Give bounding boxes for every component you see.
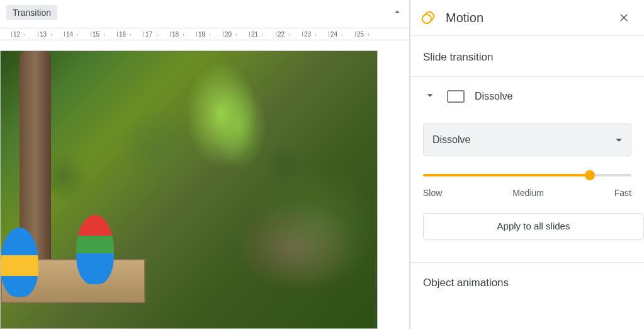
ruler-tick: 13 — [38, 31, 47, 38]
dropdown-caret-icon — [616, 139, 622, 142]
transition-chip-label: Transition — [13, 8, 51, 18]
ruler-minor-tick — [289, 33, 290, 36]
ruler-minor-tick — [183, 33, 184, 36]
ruler-tick: 16 — [117, 31, 126, 38]
slide-thumbnail-icon — [447, 90, 465, 103]
horizontal-ruler: 1213141516171819202122232425 — [0, 28, 409, 40]
transition-chip[interactable]: Transition — [6, 5, 57, 20]
ruler-tick: 15 — [91, 31, 99, 38]
apply-button-label: Apply to all slides — [497, 221, 570, 231]
current-transition-name: Dissolve — [475, 91, 512, 102]
close-icon — [618, 11, 630, 24]
ruler-tick: 21 — [249, 31, 258, 38]
slide-transition-section-title: Slide transition — [410, 36, 644, 77]
motion-panel-title: Motion — [446, 11, 616, 25]
slide-content-decoration — [76, 215, 114, 284]
slider-labels: Slow Medium Fast — [423, 188, 631, 198]
ruler-minor-tick — [25, 33, 25, 36]
transition-type-dropdown[interactable]: Dissolve — [423, 124, 631, 156]
slide-content-decoration — [1, 228, 38, 297]
slider-label-fast: Fast — [614, 188, 631, 198]
ruler-minor-tick — [263, 33, 263, 36]
slider-fill — [423, 174, 590, 176]
ruler-tick: 24 — [329, 31, 337, 38]
ruler-minor-tick — [130, 33, 131, 36]
ruler-tick: 19 — [196, 31, 205, 38]
slider-track — [423, 174, 631, 176]
ruler-tick: 20 — [223, 31, 232, 38]
collapse-toolbar-button[interactable] — [392, 6, 403, 20]
dropdown-selected-value: Dissolve — [432, 134, 470, 146]
chevron-down-icon — [423, 88, 437, 102]
ruler-tick: 12 — [11, 31, 20, 38]
ruler-tick: 22 — [276, 31, 285, 38]
motion-icon — [421, 10, 436, 25]
chevron-up-icon — [392, 6, 403, 18]
close-panel-button[interactable] — [616, 10, 631, 25]
ruler-minor-tick — [77, 33, 78, 36]
ruler-minor-tick — [51, 33, 52, 36]
ruler-minor-tick — [210, 33, 210, 36]
ruler-tick: 25 — [355, 31, 364, 38]
ruler-minor-tick — [342, 33, 342, 36]
ruler-minor-tick — [236, 33, 237, 36]
slider-thumb[interactable] — [585, 170, 595, 180]
ruler-minor-tick — [315, 33, 316, 36]
expand-transition-button[interactable] — [423, 88, 437, 105]
object-animations-section-title: Object animations — [410, 263, 644, 289]
apply-to-all-slides-button[interactable]: Apply to all slides — [423, 213, 644, 240]
transition-summary-row[interactable]: Dissolve — [410, 77, 644, 116]
motion-panel-header: Motion — [410, 0, 644, 36]
ruler-tick: 18 — [170, 31, 179, 38]
ruler-minor-tick — [368, 33, 369, 36]
ruler-minor-tick — [104, 33, 105, 36]
slider-label-medium: Medium — [512, 188, 544, 198]
ruler-tick: 23 — [302, 31, 311, 38]
slide-preview[interactable] — [0, 50, 378, 329]
ruler-tick: 17 — [144, 31, 152, 38]
transition-speed-slider[interactable]: Slow Medium Fast — [423, 174, 631, 198]
motion-panel: Motion Slide transition Dissolve Dissolv… — [410, 0, 644, 329]
slider-label-slow: Slow — [423, 188, 442, 198]
ruler-minor-tick — [157, 33, 157, 36]
ruler-tick: 14 — [64, 31, 73, 38]
slide-canvas-area: Transition 1213141516171819202122232425 — [0, 0, 410, 329]
